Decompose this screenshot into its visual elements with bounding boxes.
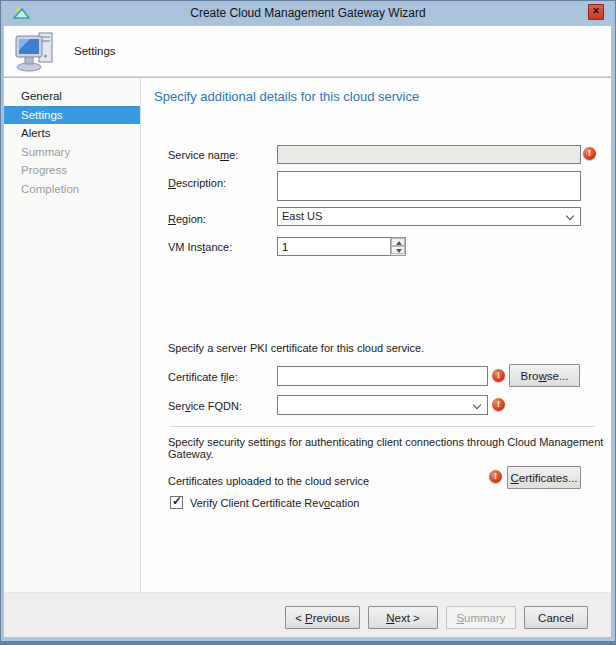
certificates-error-icon: [489, 470, 502, 483]
spin-up-icon[interactable]: [391, 238, 405, 246]
description-label: Description:: [168, 177, 226, 189]
page-title: Settings: [74, 45, 116, 57]
sidebar-item-completion: Completion: [4, 180, 140, 199]
sidebar-item-settings[interactable]: Settings: [4, 106, 140, 125]
revocation-checkbox[interactable]: ✓: [170, 496, 183, 509]
service-name-label: Service name:: [168, 149, 238, 161]
service-name-error-icon: [583, 147, 596, 160]
region-selected-value: East US: [282, 208, 322, 225]
service-fqdn-label: Service FQDN:: [168, 400, 242, 412]
page-heading: Specify additional details for this clou…: [154, 89, 419, 104]
pki-section-text: Specify a server PKI certificate for thi…: [168, 342, 424, 354]
service-fqdn-error-icon: [492, 398, 505, 411]
checkmark-icon: ✓: [172, 494, 182, 508]
window-frame-edge: [0, 641, 616, 645]
wizard-steps-sidebar: General Settings Alerts Summary Progress…: [4, 78, 141, 592]
service-fqdn-combo[interactable]: [277, 395, 488, 415]
certificate-file-input[interactable]: [277, 366, 488, 386]
sidebar-item-general[interactable]: General: [4, 87, 140, 106]
chevron-down-icon: [566, 212, 574, 220]
window-title: Create Cloud Management Gateway Wizard: [0, 0, 616, 26]
description-input[interactable]: [277, 171, 581, 201]
service-name-input: [277, 145, 581, 164]
revocation-checkbox-label: Verify Client Certificate Revocation: [190, 497, 359, 509]
wizard-header: Settings: [4, 26, 611, 77]
certificate-file-label: Certificate file:: [168, 371, 238, 383]
certificate-file-error-icon: [492, 369, 505, 382]
vm-instance-label: VM Instance:: [168, 241, 232, 253]
security-section-text: Specify security settings for authentica…: [168, 436, 616, 460]
close-button[interactable]: ✕: [588, 4, 604, 20]
browse-button[interactable]: Browse...: [509, 364, 580, 387]
region-dropdown[interactable]: East US: [277, 207, 581, 226]
sidebar-item-alerts[interactable]: Alerts: [4, 124, 140, 143]
chevron-down-icon: [473, 401, 481, 409]
certificates-uploaded-label: Certificates uploaded to the cloud servi…: [168, 475, 369, 487]
wizard-window: Create Cloud Management Gateway Wizard ✕…: [0, 0, 616, 645]
vm-instance-input[interactable]: [277, 237, 391, 256]
summary-button: Summary: [446, 606, 516, 629]
region-label: Region:: [168, 213, 206, 225]
sidebar-item-progress: Progress: [4, 161, 140, 180]
sidebar-item-summary: Summary: [4, 143, 140, 162]
next-button[interactable]: Next >: [368, 606, 438, 629]
section-divider: [170, 426, 595, 427]
certificates-button[interactable]: Certificates...: [507, 466, 581, 489]
vm-instance-stepper[interactable]: [390, 237, 406, 256]
cancel-button[interactable]: Cancel: [524, 606, 588, 629]
computer-icon: [14, 30, 58, 76]
spin-down-icon[interactable]: [391, 246, 405, 254]
titlebar: Create Cloud Management Gateway Wizard ✕: [0, 0, 616, 26]
previous-button[interactable]: < Previous: [285, 606, 360, 629]
